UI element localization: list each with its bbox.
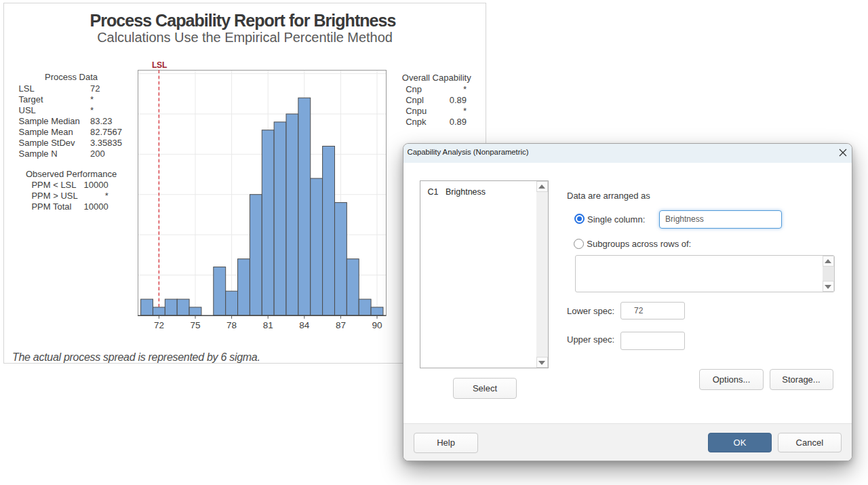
svg-text:84: 84 — [299, 320, 310, 330]
svg-text:72: 72 — [153, 320, 163, 330]
svg-text:78: 78 — [226, 320, 237, 330]
svg-text:75: 75 — [190, 320, 200, 330]
svg-text:90: 90 — [372, 320, 382, 330]
svg-text:87: 87 — [335, 320, 345, 330]
svg-text:81: 81 — [262, 320, 273, 330]
svg-text:LSL: LSL — [151, 60, 167, 70]
